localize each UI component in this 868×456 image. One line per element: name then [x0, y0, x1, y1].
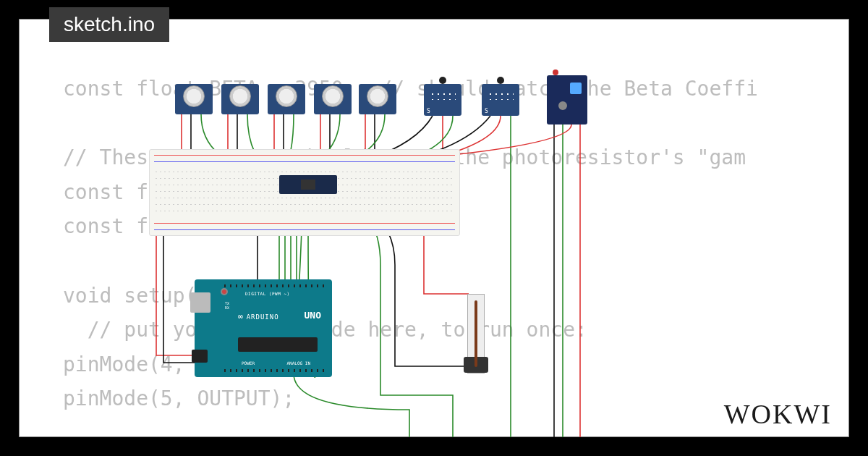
module-holes-icon	[488, 91, 514, 100]
potentiometer-module[interactable]	[221, 84, 259, 114]
ntc-thermistor-module[interactable]: S	[482, 84, 519, 116]
pot-knob-icon[interactable]	[367, 85, 388, 107]
sensor-lens-icon	[558, 101, 567, 110]
arduino-model-label: UNO	[305, 310, 321, 321]
multiplexer-ic[interactable]	[279, 175, 337, 194]
file-tab-label: sketch.ino	[64, 13, 155, 35]
arduino-brand-label: ∞ ARDUINO	[238, 312, 279, 321]
pot-knob-icon[interactable]	[322, 85, 344, 107]
power-rail-bottom	[154, 221, 455, 232]
potentiometer-module[interactable]	[314, 84, 352, 114]
pin-label: S	[485, 108, 488, 114]
wokwi-logo: WOKWI	[724, 398, 832, 430]
circuit-canvas[interactable]: S S DIGITAL (PWM ~) TX RX ∞ ARDUINO UNO …	[19, 19, 849, 437]
motion-sensor-module[interactable]	[547, 75, 587, 124]
power-analog-header[interactable]	[222, 367, 325, 374]
arduino-logo-icon: ∞	[238, 312, 244, 321]
usb-port-icon	[190, 292, 210, 313]
digital-header[interactable]	[222, 282, 325, 290]
analog-pins-label: ANALOG IN	[286, 360, 310, 366]
pot-knob-icon[interactable]	[276, 85, 297, 107]
module-holes-icon	[430, 91, 456, 100]
power-rail-top	[154, 153, 455, 164]
digital-pins-label: DIGITAL (PWM ~)	[245, 291, 290, 296]
pot-knob-icon[interactable]	[183, 85, 205, 107]
potentiometer-module[interactable]	[359, 84, 396, 114]
file-tab[interactable]: sketch.ino	[49, 7, 169, 42]
slide-potentiometer[interactable]	[467, 294, 485, 373]
potentiometer-module[interactable]	[175, 84, 213, 114]
arduino-uno-board[interactable]: DIGITAL (PWM ~) TX RX ∞ ARDUINO UNO POWE…	[195, 279, 332, 377]
pot-knob-icon[interactable]	[229, 85, 251, 107]
atmega-chip-icon	[238, 337, 318, 352]
potentiometer-module[interactable]	[268, 84, 305, 114]
ntc-thermistor-module[interactable]: S	[424, 84, 461, 116]
slider-handle[interactable]	[464, 357, 488, 373]
pin-label: S	[427, 108, 430, 114]
barrel-jack-icon	[192, 350, 208, 363]
power-pins-label: POWER	[242, 360, 255, 366]
trimpot-icon[interactable]	[570, 83, 582, 94]
tx-rx-labels: TX RX	[225, 301, 229, 310]
